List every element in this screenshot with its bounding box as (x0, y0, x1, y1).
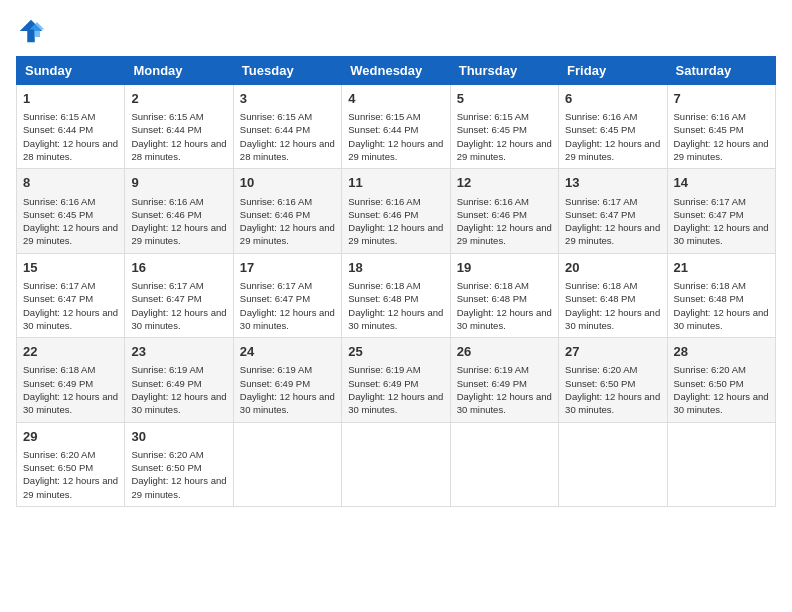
sunrise-label: Sunrise: 6:16 AM (457, 196, 529, 207)
daylight-label: Daylight: 12 hours and 30 minutes. (674, 222, 769, 246)
calendar-cell: 22Sunrise: 6:18 AMSunset: 6:49 PMDayligh… (17, 338, 125, 422)
day-number: 17 (240, 259, 335, 277)
day-number: 28 (674, 343, 769, 361)
sunrise-label: Sunrise: 6:18 AM (23, 364, 95, 375)
sunset-label: Sunset: 6:49 PM (240, 378, 310, 389)
day-number: 15 (23, 259, 118, 277)
sunset-label: Sunset: 6:46 PM (240, 209, 310, 220)
sunset-label: Sunset: 6:49 PM (23, 378, 93, 389)
sunrise-label: Sunrise: 6:19 AM (240, 364, 312, 375)
calendar-cell: 4Sunrise: 6:15 AMSunset: 6:44 PMDaylight… (342, 85, 450, 169)
sunset-label: Sunset: 6:45 PM (23, 209, 93, 220)
sunset-label: Sunset: 6:49 PM (457, 378, 527, 389)
day-number: 5 (457, 90, 552, 108)
calendar-cell: 24Sunrise: 6:19 AMSunset: 6:49 PMDayligh… (233, 338, 341, 422)
sunrise-label: Sunrise: 6:16 AM (348, 196, 420, 207)
daylight-label: Daylight: 12 hours and 29 minutes. (457, 138, 552, 162)
page-header (16, 16, 776, 46)
daylight-label: Daylight: 12 hours and 29 minutes. (348, 138, 443, 162)
calendar-cell: 5Sunrise: 6:15 AMSunset: 6:45 PMDaylight… (450, 85, 558, 169)
daylight-label: Daylight: 12 hours and 30 minutes. (565, 307, 660, 331)
sunset-label: Sunset: 6:44 PM (348, 124, 418, 135)
day-number: 18 (348, 259, 443, 277)
calendar-table: SundayMondayTuesdayWednesdayThursdayFrid… (16, 56, 776, 507)
daylight-label: Daylight: 12 hours and 29 minutes. (565, 138, 660, 162)
daylight-label: Daylight: 12 hours and 29 minutes. (131, 222, 226, 246)
daylight-label: Daylight: 12 hours and 29 minutes. (348, 222, 443, 246)
calendar-cell: 11Sunrise: 6:16 AMSunset: 6:46 PMDayligh… (342, 169, 450, 253)
day-number: 23 (131, 343, 226, 361)
daylight-label: Daylight: 12 hours and 30 minutes. (565, 391, 660, 415)
sunrise-label: Sunrise: 6:18 AM (348, 280, 420, 291)
sunset-label: Sunset: 6:47 PM (131, 293, 201, 304)
day-number: 13 (565, 174, 660, 192)
sunrise-label: Sunrise: 6:19 AM (348, 364, 420, 375)
daylight-label: Daylight: 12 hours and 29 minutes. (240, 222, 335, 246)
sunset-label: Sunset: 6:44 PM (23, 124, 93, 135)
sunrise-label: Sunrise: 6:17 AM (674, 196, 746, 207)
daylight-label: Daylight: 12 hours and 28 minutes. (240, 138, 335, 162)
calendar-cell: 12Sunrise: 6:16 AMSunset: 6:46 PMDayligh… (450, 169, 558, 253)
calendar-cell: 26Sunrise: 6:19 AMSunset: 6:49 PMDayligh… (450, 338, 558, 422)
daylight-label: Daylight: 12 hours and 30 minutes. (348, 391, 443, 415)
sunset-label: Sunset: 6:44 PM (131, 124, 201, 135)
day-number: 30 (131, 428, 226, 446)
sunset-label: Sunset: 6:48 PM (565, 293, 635, 304)
header-day-sunday: Sunday (17, 57, 125, 85)
sunset-label: Sunset: 6:49 PM (131, 378, 201, 389)
day-number: 24 (240, 343, 335, 361)
calendar-cell: 29Sunrise: 6:20 AMSunset: 6:50 PMDayligh… (17, 422, 125, 506)
daylight-label: Daylight: 12 hours and 30 minutes. (457, 307, 552, 331)
sunrise-label: Sunrise: 6:15 AM (348, 111, 420, 122)
calendar-cell: 3Sunrise: 6:15 AMSunset: 6:44 PMDaylight… (233, 85, 341, 169)
week-row-2: 8Sunrise: 6:16 AMSunset: 6:45 PMDaylight… (17, 169, 776, 253)
sunset-label: Sunset: 6:47 PM (565, 209, 635, 220)
sunrise-label: Sunrise: 6:17 AM (565, 196, 637, 207)
day-number: 9 (131, 174, 226, 192)
calendar-cell: 2Sunrise: 6:15 AMSunset: 6:44 PMDaylight… (125, 85, 233, 169)
day-number: 27 (565, 343, 660, 361)
header-day-monday: Monday (125, 57, 233, 85)
sunset-label: Sunset: 6:46 PM (131, 209, 201, 220)
sunrise-label: Sunrise: 6:20 AM (674, 364, 746, 375)
sunrise-label: Sunrise: 6:16 AM (674, 111, 746, 122)
daylight-label: Daylight: 12 hours and 30 minutes. (131, 391, 226, 415)
sunrise-label: Sunrise: 6:15 AM (131, 111, 203, 122)
header-day-saturday: Saturday (667, 57, 775, 85)
day-number: 7 (674, 90, 769, 108)
week-row-1: 1Sunrise: 6:15 AMSunset: 6:44 PMDaylight… (17, 85, 776, 169)
day-number: 8 (23, 174, 118, 192)
calendar-cell: 23Sunrise: 6:19 AMSunset: 6:49 PMDayligh… (125, 338, 233, 422)
sunrise-label: Sunrise: 6:16 AM (565, 111, 637, 122)
calendar-cell: 7Sunrise: 6:16 AMSunset: 6:45 PMDaylight… (667, 85, 775, 169)
calendar-cell: 9Sunrise: 6:16 AMSunset: 6:46 PMDaylight… (125, 169, 233, 253)
header-row: SundayMondayTuesdayWednesdayThursdayFrid… (17, 57, 776, 85)
day-number: 14 (674, 174, 769, 192)
sunset-label: Sunset: 6:46 PM (348, 209, 418, 220)
daylight-label: Daylight: 12 hours and 30 minutes. (240, 391, 335, 415)
logo (16, 16, 50, 46)
day-number: 16 (131, 259, 226, 277)
sunset-label: Sunset: 6:49 PM (348, 378, 418, 389)
sunset-label: Sunset: 6:46 PM (457, 209, 527, 220)
sunrise-label: Sunrise: 6:15 AM (240, 111, 312, 122)
daylight-label: Daylight: 12 hours and 29 minutes. (457, 222, 552, 246)
sunset-label: Sunset: 6:45 PM (457, 124, 527, 135)
header-day-tuesday: Tuesday (233, 57, 341, 85)
sunset-label: Sunset: 6:47 PM (240, 293, 310, 304)
sunset-label: Sunset: 6:50 PM (565, 378, 635, 389)
calendar-cell: 16Sunrise: 6:17 AMSunset: 6:47 PMDayligh… (125, 253, 233, 337)
day-number: 20 (565, 259, 660, 277)
daylight-label: Daylight: 12 hours and 29 minutes. (131, 475, 226, 499)
day-number: 22 (23, 343, 118, 361)
sunset-label: Sunset: 6:47 PM (23, 293, 93, 304)
sunrise-label: Sunrise: 6:17 AM (240, 280, 312, 291)
sunset-label: Sunset: 6:48 PM (457, 293, 527, 304)
calendar-cell (667, 422, 775, 506)
sunrise-label: Sunrise: 6:17 AM (23, 280, 95, 291)
daylight-label: Daylight: 12 hours and 29 minutes. (23, 475, 118, 499)
day-number: 10 (240, 174, 335, 192)
daylight-label: Daylight: 12 hours and 29 minutes. (565, 222, 660, 246)
sunrise-label: Sunrise: 6:20 AM (23, 449, 95, 460)
calendar-cell: 10Sunrise: 6:16 AMSunset: 6:46 PMDayligh… (233, 169, 341, 253)
